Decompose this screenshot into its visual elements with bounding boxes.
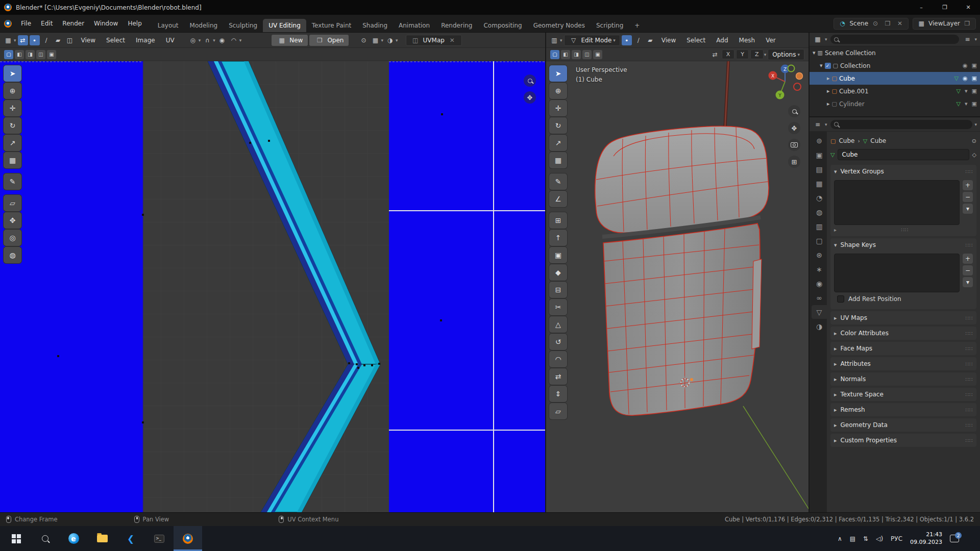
- vp-shear-tool[interactable]: ▱: [549, 403, 567, 419]
- outliner-row-collection[interactable]: ▾ ✓ ▢ Collection ◉ ▣: [810, 59, 980, 72]
- uv-shear-tool[interactable]: ▱: [4, 195, 21, 211]
- close-button[interactable]: ✕: [957, 0, 980, 15]
- breadcrumb-data-name[interactable]: Cube: [870, 137, 886, 144]
- menu-window[interactable]: Window: [89, 17, 122, 30]
- new-image-button[interactable]: ▦New: [272, 35, 308, 46]
- tab-material[interactable]: ◑: [812, 319, 827, 333]
- properties-type-dropdown-icon[interactable]: ▾: [825, 122, 827, 127]
- navigation-gizmo[interactable]: Z X Y: [766, 62, 804, 101]
- overlay-dropdown-icon[interactable]: ▾: [396, 38, 398, 43]
- normals-panel-header[interactable]: ▸ Normals ∷∷: [830, 372, 976, 386]
- uv-select-edge-icon[interactable]: ∕: [41, 35, 52, 45]
- pivot-dropdown-icon[interactable]: ▾: [199, 38, 201, 43]
- collection-checkbox[interactable]: ✓: [825, 63, 831, 69]
- vp-cursor-tool[interactable]: ⊕: [549, 83, 567, 99]
- uv-rotate-tool[interactable]: ↻: [4, 117, 21, 134]
- uv-relax-tool[interactable]: ◎: [4, 230, 21, 246]
- vp-zoom-icon[interactable]: [788, 105, 800, 117]
- uv-select-mode-subtract-icon[interactable]: ◨: [26, 50, 35, 59]
- vp-pan-hand-icon[interactable]: ✥: [788, 122, 800, 134]
- uv-select-island-icon[interactable]: ◫: [65, 35, 75, 45]
- blender-menu-icon[interactable]: [4, 20, 12, 28]
- panel-expander-icon[interactable]: ▸: [834, 345, 837, 352]
- panel-grip-icon[interactable]: ∷∷: [965, 242, 973, 248]
- tab-scene[interactable]: ◔: [812, 191, 827, 205]
- vp-spin-tool[interactable]: ↺: [549, 334, 567, 350]
- uv-move-tool[interactable]: ✛: [4, 100, 21, 116]
- vp-camera-view-icon[interactable]: [788, 139, 800, 151]
- panel-expander-icon[interactable]: ▾: [834, 242, 837, 248]
- panel-expander-icon[interactable]: ▸: [834, 361, 837, 367]
- uv-select-mode-invert-icon[interactable]: ◫: [36, 50, 45, 59]
- outliner-search-input[interactable]: [830, 35, 960, 44]
- vp-smooth-tool[interactable]: ◠: [549, 351, 567, 367]
- uv-zoom-icon[interactable]: [524, 74, 536, 87]
- menu-help[interactable]: Help: [123, 17, 146, 30]
- tab-render[interactable]: ▣: [812, 148, 827, 162]
- render-visibility-icon[interactable]: ▣: [972, 75, 977, 82]
- tab-compositing[interactable]: Compositing: [478, 19, 527, 32]
- pin-id-icon[interactable]: ⊙: [972, 138, 976, 144]
- uv-select-face-icon[interactable]: ▰: [53, 35, 63, 45]
- tab-scripting[interactable]: Scripting: [591, 19, 629, 32]
- gizmo-y-label[interactable]: Y: [778, 93, 781, 98]
- vp-add-cube-tool[interactable]: ⊞: [549, 212, 567, 229]
- vp-rotate-tool[interactable]: ↻: [549, 117, 567, 134]
- panel-expander-icon[interactable]: ▸: [834, 315, 837, 321]
- panel-grip-icon[interactable]: ∷∷: [965, 377, 973, 382]
- robot-lid[interactable]: [595, 126, 769, 233]
- tab-constraints[interactable]: ∞: [812, 291, 827, 305]
- uv-canvas[interactable]: ➤ ⊕ ✛ ↻ ↗ ▦ ✎ ▱ ✥ ◎ ◍ ✥: [0, 61, 545, 512]
- taskbar-terminal-button[interactable]: [145, 526, 174, 551]
- overlay-toggle-icon[interactable]: ◑: [385, 35, 395, 45]
- uv-menu-uv[interactable]: UV: [161, 34, 179, 46]
- uv-sync-selection-icon[interactable]: ⇄: [18, 35, 28, 45]
- image-settings-dropdown-icon[interactable]: ▾: [381, 38, 383, 43]
- fake-user-icon[interactable]: ◇: [972, 152, 976, 158]
- vp-move-tool[interactable]: ✛: [549, 100, 567, 116]
- vp-measure-tool[interactable]: ∠: [549, 191, 567, 207]
- taskbar-explorer-button[interactable]: [88, 526, 116, 551]
- panel-grip-icon[interactable]: ∷∷: [965, 346, 973, 352]
- view-layer-selector[interactable]: ▦ ViewLayer ❒: [913, 18, 976, 30]
- viewport-canvas[interactable]: User Perspective (1) Cube Z X Y: [546, 61, 808, 512]
- render-visibility-icon[interactable]: ▣: [972, 62, 977, 69]
- vp-select-box-tool[interactable]: ➤: [549, 65, 567, 82]
- tray-network-icon[interactable]: ⇅: [863, 535, 868, 542]
- tab-rendering[interactable]: Rendering: [435, 19, 478, 32]
- clock[interactable]: 21:43 09.09.2023: [910, 531, 942, 546]
- tab-layout[interactable]: Layout: [152, 19, 184, 32]
- uv-select-mode-set-icon[interactable]: ▢: [4, 50, 13, 59]
- pivot-point-icon[interactable]: ◎: [188, 35, 198, 45]
- uv-menu-image[interactable]: Image: [131, 34, 160, 46]
- tab-texture-paint[interactable]: Texture Paint: [306, 19, 357, 32]
- vp-menu-view[interactable]: View: [657, 34, 680, 46]
- view-layer-copy-icon[interactable]: ❒: [962, 18, 972, 29]
- outliner-filter-dropdown-icon[interactable]: ▾: [974, 37, 977, 42]
- viewport-drawing[interactable]: [546, 61, 808, 512]
- proportional-falloff-icon[interactable]: ◠: [229, 35, 239, 45]
- uv-pinch-tool[interactable]: ◍: [4, 247, 21, 263]
- uv-image-left[interactable]: [0, 61, 143, 512]
- vp-inset-faces-tool[interactable]: ▣: [549, 247, 567, 263]
- expander-icon[interactable]: ▸: [827, 101, 830, 107]
- vp-shrink-fatten-tool[interactable]: ⇕: [549, 386, 567, 402]
- snap-dropdown-icon[interactable]: ▾: [213, 38, 215, 43]
- list-filter-expander-icon[interactable]: ▸: [834, 227, 837, 233]
- hide-eye-icon[interactable]: ▾: [965, 101, 968, 107]
- mirror-icon[interactable]: ⇄: [710, 49, 720, 60]
- panel-expander-icon[interactable]: ▸: [834, 330, 837, 337]
- add-vertex-group-button[interactable]: +: [963, 180, 973, 190]
- minimize-button[interactable]: –: [910, 0, 933, 15]
- vp-menu-add[interactable]: Add: [712, 34, 732, 46]
- falloff-dropdown-icon[interactable]: ▾: [239, 38, 242, 43]
- expander-icon[interactable]: ▾: [820, 62, 823, 69]
- vp-select-mode-set-icon[interactable]: ▢: [550, 50, 559, 59]
- uv-select-mode-intersect-icon[interactable]: ▣: [47, 50, 56, 59]
- uv-select-mode-extend-icon[interactable]: ◧: [15, 50, 24, 59]
- outliner-filter-icon[interactable]: ≡: [962, 34, 972, 44]
- vertex-groups-list[interactable]: [834, 180, 960, 225]
- uv-pan-hand-icon[interactable]: ✥: [524, 91, 536, 104]
- vp-menu-vertex[interactable]: Ver: [761, 34, 780, 46]
- attributes-panel-header[interactable]: ▸ Attributes ∷∷: [830, 357, 976, 370]
